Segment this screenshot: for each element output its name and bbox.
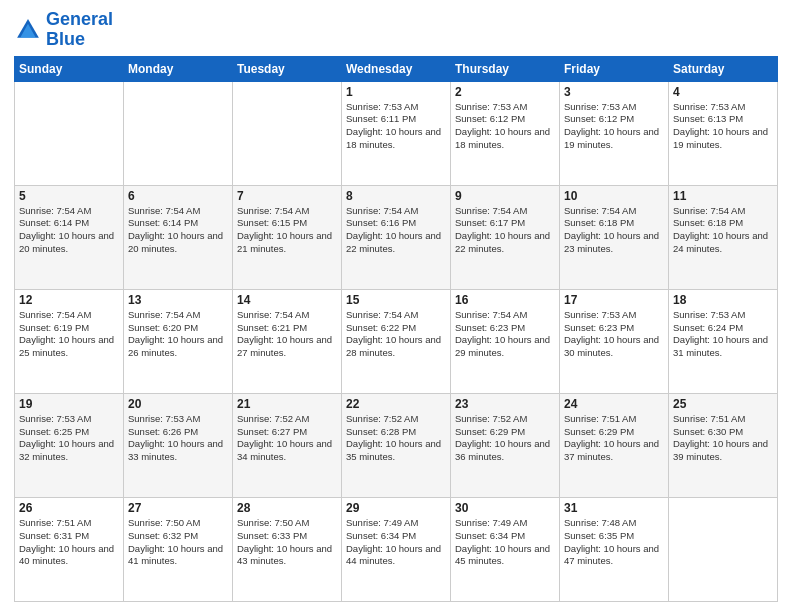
day-number: 5 [19,189,119,203]
calendar-cell: 11Sunrise: 7:54 AMSunset: 6:18 PMDayligh… [669,185,778,289]
calendar-cell: 9Sunrise: 7:54 AMSunset: 6:17 PMDaylight… [451,185,560,289]
day-info: Sunrise: 7:54 AMSunset: 6:22 PMDaylight:… [346,309,446,360]
calendar-week-1: 1Sunrise: 7:53 AMSunset: 6:11 PMDaylight… [15,81,778,185]
day-number: 14 [237,293,337,307]
day-info: Sunrise: 7:51 AMSunset: 6:31 PMDaylight:… [19,517,119,568]
weekday-header-tuesday: Tuesday [233,56,342,81]
calendar-cell: 5Sunrise: 7:54 AMSunset: 6:14 PMDaylight… [15,185,124,289]
day-number: 22 [346,397,446,411]
day-info: Sunrise: 7:52 AMSunset: 6:27 PMDaylight:… [237,413,337,464]
day-info: Sunrise: 7:53 AMSunset: 6:24 PMDaylight:… [673,309,773,360]
day-info: Sunrise: 7:54 AMSunset: 6:23 PMDaylight:… [455,309,555,360]
calendar-week-5: 26Sunrise: 7:51 AMSunset: 6:31 PMDayligh… [15,497,778,601]
day-number: 13 [128,293,228,307]
calendar-cell: 29Sunrise: 7:49 AMSunset: 6:34 PMDayligh… [342,497,451,601]
day-info: Sunrise: 7:53 AMSunset: 6:23 PMDaylight:… [564,309,664,360]
day-info: Sunrise: 7:54 AMSunset: 6:16 PMDaylight:… [346,205,446,256]
calendar-cell: 10Sunrise: 7:54 AMSunset: 6:18 PMDayligh… [560,185,669,289]
calendar-cell: 26Sunrise: 7:51 AMSunset: 6:31 PMDayligh… [15,497,124,601]
calendar-cell: 1Sunrise: 7:53 AMSunset: 6:11 PMDaylight… [342,81,451,185]
calendar-cell: 3Sunrise: 7:53 AMSunset: 6:12 PMDaylight… [560,81,669,185]
day-info: Sunrise: 7:54 AMSunset: 6:18 PMDaylight:… [564,205,664,256]
calendar-cell [15,81,124,185]
day-number: 10 [564,189,664,203]
weekday-header-friday: Friday [560,56,669,81]
day-info: Sunrise: 7:49 AMSunset: 6:34 PMDaylight:… [346,517,446,568]
calendar-cell: 31Sunrise: 7:48 AMSunset: 6:35 PMDayligh… [560,497,669,601]
day-info: Sunrise: 7:54 AMSunset: 6:21 PMDaylight:… [237,309,337,360]
calendar-cell: 16Sunrise: 7:54 AMSunset: 6:23 PMDayligh… [451,289,560,393]
calendar-cell: 15Sunrise: 7:54 AMSunset: 6:22 PMDayligh… [342,289,451,393]
day-number: 26 [19,501,119,515]
calendar-cell: 6Sunrise: 7:54 AMSunset: 6:14 PMDaylight… [124,185,233,289]
day-info: Sunrise: 7:53 AMSunset: 6:13 PMDaylight:… [673,101,773,152]
day-info: Sunrise: 7:50 AMSunset: 6:32 PMDaylight:… [128,517,228,568]
day-number: 4 [673,85,773,99]
calendar-cell [669,497,778,601]
calendar-cell: 17Sunrise: 7:53 AMSunset: 6:23 PMDayligh… [560,289,669,393]
logo-text: General Blue [46,10,113,50]
calendar-cell: 25Sunrise: 7:51 AMSunset: 6:30 PMDayligh… [669,393,778,497]
calendar-cell: 12Sunrise: 7:54 AMSunset: 6:19 PMDayligh… [15,289,124,393]
weekday-header-saturday: Saturday [669,56,778,81]
logo-icon [14,16,42,44]
day-info: Sunrise: 7:52 AMSunset: 6:29 PMDaylight:… [455,413,555,464]
calendar-table: SundayMondayTuesdayWednesdayThursdayFrid… [14,56,778,602]
day-number: 28 [237,501,337,515]
day-number: 25 [673,397,773,411]
day-info: Sunrise: 7:54 AMSunset: 6:17 PMDaylight:… [455,205,555,256]
day-info: Sunrise: 7:49 AMSunset: 6:34 PMDaylight:… [455,517,555,568]
calendar-cell [124,81,233,185]
calendar-cell: 21Sunrise: 7:52 AMSunset: 6:27 PMDayligh… [233,393,342,497]
day-number: 6 [128,189,228,203]
day-number: 31 [564,501,664,515]
day-number: 27 [128,501,228,515]
day-info: Sunrise: 7:53 AMSunset: 6:12 PMDaylight:… [564,101,664,152]
weekday-header-thursday: Thursday [451,56,560,81]
calendar-cell: 13Sunrise: 7:54 AMSunset: 6:20 PMDayligh… [124,289,233,393]
day-info: Sunrise: 7:54 AMSunset: 6:14 PMDaylight:… [128,205,228,256]
weekday-header-wednesday: Wednesday [342,56,451,81]
calendar-cell: 23Sunrise: 7:52 AMSunset: 6:29 PMDayligh… [451,393,560,497]
calendar-cell: 14Sunrise: 7:54 AMSunset: 6:21 PMDayligh… [233,289,342,393]
day-number: 1 [346,85,446,99]
day-info: Sunrise: 7:54 AMSunset: 6:20 PMDaylight:… [128,309,228,360]
day-number: 30 [455,501,555,515]
calendar-cell: 2Sunrise: 7:53 AMSunset: 6:12 PMDaylight… [451,81,560,185]
day-number: 11 [673,189,773,203]
day-info: Sunrise: 7:53 AMSunset: 6:12 PMDaylight:… [455,101,555,152]
weekday-header-monday: Monday [124,56,233,81]
page: General Blue SundayMondayTuesdayWednesda… [0,0,792,612]
day-number: 15 [346,293,446,307]
day-number: 21 [237,397,337,411]
calendar-week-3: 12Sunrise: 7:54 AMSunset: 6:19 PMDayligh… [15,289,778,393]
calendar-week-4: 19Sunrise: 7:53 AMSunset: 6:25 PMDayligh… [15,393,778,497]
day-number: 18 [673,293,773,307]
calendar-cell: 7Sunrise: 7:54 AMSunset: 6:15 PMDaylight… [233,185,342,289]
day-info: Sunrise: 7:53 AMSunset: 6:11 PMDaylight:… [346,101,446,152]
calendar-cell: 19Sunrise: 7:53 AMSunset: 6:25 PMDayligh… [15,393,124,497]
day-number: 7 [237,189,337,203]
day-info: Sunrise: 7:52 AMSunset: 6:28 PMDaylight:… [346,413,446,464]
calendar-cell: 4Sunrise: 7:53 AMSunset: 6:13 PMDaylight… [669,81,778,185]
day-info: Sunrise: 7:53 AMSunset: 6:25 PMDaylight:… [19,413,119,464]
day-number: 3 [564,85,664,99]
day-number: 9 [455,189,555,203]
calendar-cell: 8Sunrise: 7:54 AMSunset: 6:16 PMDaylight… [342,185,451,289]
day-info: Sunrise: 7:54 AMSunset: 6:14 PMDaylight:… [19,205,119,256]
day-number: 19 [19,397,119,411]
calendar-week-2: 5Sunrise: 7:54 AMSunset: 6:14 PMDaylight… [15,185,778,289]
day-info: Sunrise: 7:50 AMSunset: 6:33 PMDaylight:… [237,517,337,568]
logo: General Blue [14,10,113,50]
day-info: Sunrise: 7:48 AMSunset: 6:35 PMDaylight:… [564,517,664,568]
weekday-header-row: SundayMondayTuesdayWednesdayThursdayFrid… [15,56,778,81]
weekday-header-sunday: Sunday [15,56,124,81]
day-info: Sunrise: 7:54 AMSunset: 6:15 PMDaylight:… [237,205,337,256]
day-number: 16 [455,293,555,307]
day-number: 8 [346,189,446,203]
day-number: 29 [346,501,446,515]
calendar-cell: 18Sunrise: 7:53 AMSunset: 6:24 PMDayligh… [669,289,778,393]
day-info: Sunrise: 7:54 AMSunset: 6:19 PMDaylight:… [19,309,119,360]
header: General Blue [14,10,778,50]
calendar-cell: 22Sunrise: 7:52 AMSunset: 6:28 PMDayligh… [342,393,451,497]
